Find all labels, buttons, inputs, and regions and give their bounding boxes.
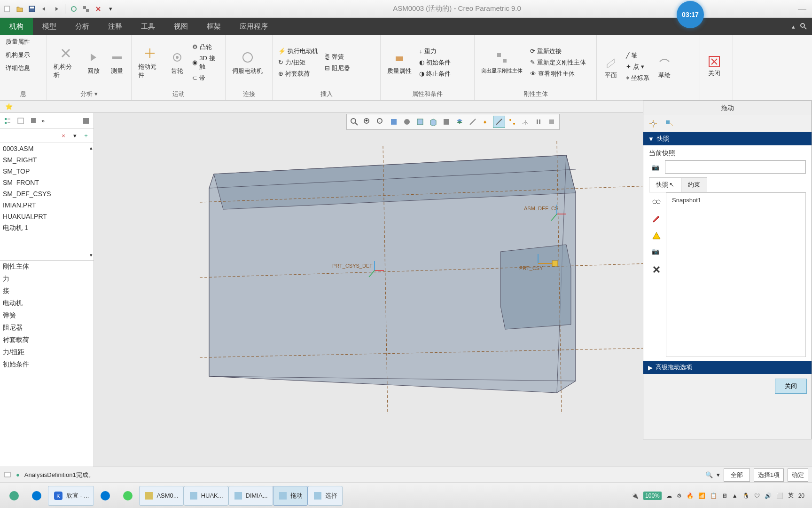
save-icon[interactable] — [26, 3, 38, 15]
mechanism-display-button[interactable]: 机构显示 — [4, 50, 32, 60]
tray-icon[interactable]: 🖥 — [722, 492, 727, 499]
axis-display-icon[interactable] — [493, 116, 505, 128]
windows-icon[interactable] — [80, 3, 92, 15]
plane-button[interactable]: 平面 — [601, 52, 621, 81]
find-icon[interactable]: 🔍 — [705, 471, 713, 478]
point-display-icon[interactable] — [506, 116, 518, 128]
force-torque-button[interactable]: ↻力/扭矩 — [276, 57, 320, 68]
tray-icon[interactable]: ⬜ — [776, 492, 783, 499]
confirm-button[interactable]: 确定 — [788, 468, 808, 482]
tray-icon[interactable]: 📋 — [710, 492, 717, 499]
tab-annotate[interactable]: 注释 — [99, 18, 132, 35]
scroll-up-icon[interactable]: ▴ — [90, 145, 93, 151]
highlight-rigid-button[interactable]: 突出显示刚性主体 — [478, 48, 525, 76]
csys-button[interactable]: ⌖坐标系 — [624, 73, 651, 83]
sketch-button[interactable]: 草绘 — [654, 52, 675, 81]
pencil-icon[interactable] — [652, 214, 663, 225]
task-item[interactable]: 选择 — [308, 486, 343, 506]
csys-display-icon[interactable] — [519, 116, 531, 128]
volume-icon[interactable]: 🔊 — [765, 492, 772, 499]
mass-props-button[interactable]: 质量属性 — [384, 48, 414, 77]
tree-filter-icon[interactable] — [15, 115, 26, 127]
drag-component-button[interactable]: 拖动元件 — [135, 44, 164, 81]
details-button[interactable]: 详细信息 — [4, 63, 32, 73]
tree-item[interactable]: SM_TOP — [0, 166, 94, 177]
tree-item[interactable]: 弹簧 — [0, 310, 94, 322]
perspective-icon[interactable] — [440, 116, 453, 128]
zoom-in-icon[interactable]: + — [361, 116, 374, 128]
scroll-down-icon[interactable]: ▾ — [90, 252, 93, 258]
3d-contact-button[interactable]: ◉3D 接触 — [190, 53, 221, 72]
tree-layers-icon[interactable] — [28, 115, 39, 127]
new-icon[interactable] — [2, 3, 13, 15]
mass-properties-button[interactable]: 质量属性 — [4, 37, 32, 47]
tree-item[interactable]: 电动机 — [0, 297, 94, 310]
tree-item[interactable]: 电动机 1 — [0, 222, 94, 234]
zoom-out-icon[interactable]: - — [375, 116, 387, 128]
ie-icon[interactable] — [117, 486, 139, 506]
task-item[interactable]: ASM0... — [139, 486, 183, 506]
snapshot-header[interactable]: ▼ 快照 — [643, 132, 812, 145]
tree-item[interactable]: SM_RIGHT — [0, 154, 94, 166]
tree-item[interactable]: 刚性主体 — [0, 261, 94, 273]
tree-dropdown-icon[interactable]: ▾ — [70, 131, 79, 141]
tree-item[interactable]: SM_DEF_CSYS — [0, 188, 94, 199]
tree-item[interactable]: SM_FRONT — [0, 177, 94, 188]
pause-icon[interactable] — [532, 116, 545, 128]
ime-indicator[interactable]: 英 — [788, 492, 794, 500]
spin-icon[interactable] — [401, 116, 413, 128]
measure-button[interactable]: 测量 — [107, 48, 127, 77]
status-flag-icon[interactable] — [4, 471, 11, 479]
tray-icon[interactable]: 🛡 — [754, 492, 760, 499]
axis-button[interactable]: ╱轴 — [624, 50, 651, 61]
saved-view-icon[interactable] — [427, 116, 439, 128]
drag-point-icon[interactable] — [646, 117, 660, 131]
battery-icon[interactable]: 🔌 — [632, 492, 639, 499]
drag-body-icon[interactable] — [662, 117, 676, 131]
tree-item[interactable]: IMIAN.PRT — [0, 199, 94, 211]
delete-icon[interactable] — [652, 265, 663, 276]
advanced-header[interactable]: ▶ 高级拖动选项 — [643, 361, 812, 374]
task-item[interactable]: DIMIA... — [228, 486, 273, 506]
tab-analysis[interactable]: 分析 — [66, 18, 99, 35]
glasses-icon[interactable] — [652, 197, 663, 208]
collapse-ribbon-icon[interactable]: ▴ — [792, 23, 795, 30]
gear-button[interactable]: 齿轮 — [167, 48, 187, 77]
tab-framework[interactable]: 框架 — [197, 18, 230, 35]
find-dropdown-icon[interactable]: ▾ — [717, 471, 720, 478]
tree-item[interactable]: 力 — [0, 273, 94, 285]
search-icon[interactable] — [800, 23, 807, 30]
redefine-rigid-button[interactable]: ✎重新定义刚性主体 — [528, 57, 588, 68]
tab-applications[interactable]: 应用程序 — [230, 18, 277, 35]
servo-motor-button[interactable]: 伺服电动机 — [229, 48, 265, 77]
view-rigid-button[interactable]: 👁查看刚性主体 — [528, 69, 588, 79]
spring-button[interactable]: ⋛弹簧 — [323, 52, 352, 62]
point-button[interactable]: ✦点 ▾ — [624, 62, 651, 72]
tray-icon[interactable]: 🔥 — [687, 492, 694, 499]
tray-icon[interactable]: ☁ — [666, 492, 672, 499]
clock[interactable]: 20 — [798, 492, 804, 499]
tree-item[interactable]: 阻尼器 — [0, 322, 94, 334]
tab-snapshot[interactable]: 快照↖ — [649, 177, 681, 192]
tree-add-icon[interactable]: + — [81, 131, 91, 141]
tray-icon[interactable]: 🐧 — [742, 492, 750, 499]
tree-close-icon[interactable]: × — [59, 131, 68, 141]
tree-item[interactable]: 接 — [0, 285, 94, 297]
tab-view[interactable]: 视图 — [164, 18, 197, 35]
close-button[interactable]: 关闭 — [704, 54, 725, 79]
end-cond-button[interactable]: ◑终止条件 — [417, 69, 453, 79]
damper-button[interactable]: ⊟阻尼器 — [323, 63, 352, 73]
task-item-active[interactable]: 拖动 — [273, 486, 308, 506]
start-button[interactable] — [3, 486, 25, 506]
cam-button[interactable]: ⚙凸轮 — [190, 42, 221, 52]
annotation-icon[interactable] — [467, 116, 479, 128]
regen-icon[interactable] — [68, 3, 79, 15]
playback-button[interactable]: 回放 — [83, 48, 104, 77]
tree-view-icon[interactable] — [2, 115, 13, 127]
tray-icon[interactable]: 📶 — [698, 492, 705, 499]
task-item[interactable]: HUAK... — [184, 486, 228, 506]
tree-item[interactable]: 0003.ASM — [0, 143, 94, 154]
redo-icon[interactable] — [51, 3, 62, 15]
tree-more[interactable]: » — [41, 117, 45, 124]
qat-dropdown-icon[interactable]: ▾ — [105, 3, 116, 15]
